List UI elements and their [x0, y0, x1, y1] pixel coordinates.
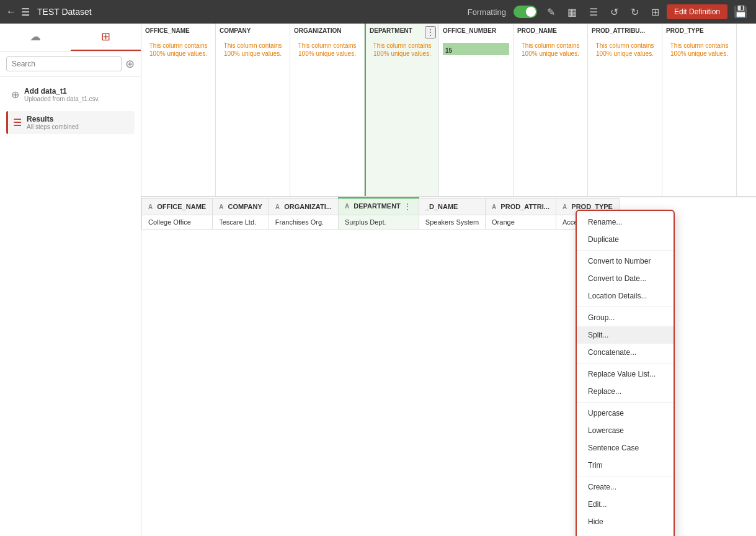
col-name-prod-name: PROD_NAME — [517, 27, 584, 34]
formatting-toggle[interactable] — [514, 6, 537, 18]
ctx-uppercase[interactable]: Uppercase — [577, 404, 674, 422]
col-unique-prod-name: This column contains 100% unique values. — [517, 42, 584, 58]
ctx-lowercase[interactable]: Lowercase — [577, 422, 674, 439]
td-company: Tescare Ltd. — [213, 215, 269, 230]
col-card-prod-attribu[interactable]: PROD_ATTRIBU... This column contains 100… — [588, 24, 662, 196]
table-header-row: A OFFICE_NAME A COMPANY A ORGANIZATI... … — [142, 198, 620, 215]
col-card-office-name[interactable]: OFFICE_NAME This column contains 100% un… — [141, 24, 216, 196]
col-dots-department[interactable]: ⋮ — [425, 26, 436, 38]
td-office-name: College Office — [142, 215, 213, 230]
add-data-icon: ⊕ — [11, 89, 19, 100]
col-name-prod-type: PROD_TYPE — [666, 27, 732, 34]
col-card-prod-name[interactable]: PROD_NAME This column contains 100% uniq… — [514, 24, 588, 196]
col-name-organization: ORGANIZATION — [294, 27, 360, 34]
edit-definition-button[interactable]: Edit Definition — [667, 4, 727, 19]
ctx-hide[interactable]: Hide — [577, 513, 674, 530]
th-prod-name[interactable]: _D_NAME — [419, 198, 485, 215]
pin-button[interactable]: ⊞ — [649, 4, 662, 20]
main-layout: ☁ ⊞ ⊕ ⊕ Add data_t1 Uploaded from data_t… — [0, 24, 756, 536]
search-input[interactable] — [6, 56, 122, 71]
th-department[interactable]: A DEPARTMENT ⋮ — [338, 198, 419, 215]
ctx-group[interactable]: Group... — [577, 309, 674, 326]
ctx-divider-5 — [577, 476, 674, 476]
ctx-convert-date[interactable]: Convert to Date... — [577, 270, 674, 287]
formatting-label: Formatting — [468, 7, 506, 17]
ctx-delete[interactable]: Delete — [577, 530, 674, 536]
col-unique-company: This column contains 100% unique values. — [220, 42, 286, 58]
sidebar-results-item[interactable]: ☰ Results All steps combined — [6, 111, 135, 134]
context-menu: Rename... Duplicate Convert to Number Co… — [576, 210, 675, 536]
col-name-office-name: OFFICE_NAME — [145, 27, 211, 34]
sidebar-section: ⊕ Add data_t1 Uploaded from data_t1.csv.… — [0, 77, 141, 140]
ctx-divider-2 — [577, 306, 674, 307]
dataset-icon: ☰ — [21, 6, 30, 18]
col-unique-department: This column contains 100% unique values. — [370, 42, 435, 58]
col-name-office-number: OFFICE_NUMBER — [443, 27, 509, 34]
ctx-convert-number[interactable]: Convert to Number — [577, 252, 674, 270]
ctx-duplicate[interactable]: Duplicate — [577, 231, 674, 248]
ctx-rename[interactable]: Rename... — [577, 213, 674, 231]
ctx-replace[interactable]: Replace... — [577, 383, 674, 400]
ctx-concatenate[interactable]: Concatenate... — [577, 344, 674, 361]
col-menu-button-department[interactable]: ⋮ — [402, 202, 412, 211]
col-card-company[interactable]: COMPANY This column contains 100% unique… — [216, 24, 290, 196]
th-organization[interactable]: A ORGANIZATI... — [269, 198, 338, 215]
table-row: College Office Tescare Ltd. Franchises O… — [142, 215, 620, 230]
undo-button[interactable]: ↺ — [608, 4, 621, 20]
ctx-create[interactable]: Create... — [577, 478, 674, 496]
td-organization: Franchises Org. — [269, 215, 338, 230]
topbar-title: TEST Dataset — [37, 7, 463, 17]
ctx-split[interactable]: Split... — [577, 326, 674, 344]
topbar-center: Formatting ✎ ▦ ☰ ↺ ↻ ⊞ — [468, 4, 662, 20]
results-icon: ☰ — [13, 117, 22, 128]
sidebar-item-sub: Uploaded from data_t1.csv. — [24, 96, 100, 102]
back-button[interactable]: ← — [6, 6, 16, 17]
topbar: ← ☰ TEST Dataset Formatting ✎ ▦ ☰ ↺ ↻ ⊞ … — [0, 0, 756, 24]
profile-view: OFFICE_NAME This column contains 100% un… — [141, 24, 756, 197]
results-label: Results — [27, 115, 79, 123]
data-table: A OFFICE_NAME A COMPANY A ORGANIZATI... … — [141, 197, 620, 230]
ctx-divider-1 — [577, 250, 674, 251]
ctx-trim[interactable]: Trim — [577, 457, 674, 474]
add-button[interactable]: ⊕ — [125, 57, 135, 71]
col-name-prod-attribu: PROD_ATTRIBU... — [592, 27, 658, 34]
col-unique-prod-attribu: This column contains 100% unique values. — [592, 42, 658, 58]
col-card-office-number[interactable]: OFFICE_NUMBER 15 — [439, 24, 514, 196]
sidebar-tab-grid[interactable]: ⊞ — [71, 24, 141, 51]
sidebar-item-text: Add data_t1 Uploaded from data_t1.csv. — [24, 87, 100, 102]
sidebar-search-area: ⊕ — [0, 51, 141, 77]
th-office-name[interactable]: A OFFICE_NAME — [142, 198, 213, 215]
sidebar-results-text: Results All steps combined — [27, 115, 79, 130]
ctx-divider-4 — [577, 402, 674, 403]
redo-button[interactable]: ↻ — [628, 4, 641, 20]
sidebar-item-title: Add data_t1 — [24, 87, 100, 96]
sidebar: ☁ ⊞ ⊕ ⊕ Add data_t1 Uploaded from data_t… — [0, 24, 141, 536]
ctx-location-details[interactable]: Location Details... — [577, 287, 674, 305]
sidebar-tabs: ☁ ⊞ — [0, 24, 141, 51]
results-sub: All steps combined — [27, 123, 79, 130]
ctx-divider-3 — [577, 363, 674, 364]
topbar-actions: Edit Definition 💾 — [667, 2, 750, 21]
sidebar-item-add-data[interactable]: ⊕ Add data_t1 Uploaded from data_t1.csv. — [6, 83, 135, 106]
wand-button[interactable]: ✎ — [545, 4, 558, 20]
col-card-organization[interactable]: ORGANIZATION This column contains 100% u… — [290, 24, 365, 196]
col-bar-area: 15 — [443, 37, 509, 55]
col-card-prod-type[interactable]: PROD_TYPE This column contains 100% uniq… — [662, 24, 737, 196]
save-button[interactable]: 💾 — [731, 2, 750, 21]
col-bar-val: 15 — [445, 47, 452, 54]
ctx-sentence-case[interactable]: Sentence Case — [577, 439, 674, 457]
col-bar — [443, 43, 509, 55]
th-company[interactable]: A COMPANY — [213, 198, 269, 215]
ctx-edit[interactable]: Edit... — [577, 496, 674, 513]
col-unique-organization: This column contains 100% unique values. — [294, 42, 360, 58]
td-prod-attribu: Orange — [486, 215, 556, 230]
td-prod-name: Speakers System — [419, 215, 485, 230]
grid-button[interactable]: ▦ — [565, 4, 579, 20]
td-department: Surplus Dept. — [338, 215, 419, 230]
sidebar-tab-cloud[interactable]: ☁ — [0, 24, 71, 51]
th-prod-attribu[interactable]: A PROD_ATTRI... — [486, 198, 556, 215]
list-button[interactable]: ☰ — [587, 4, 600, 20]
col-card-department[interactable]: DEPARTMENT This column contains 100% uni… — [365, 24, 439, 196]
col-name-company: COMPANY — [220, 27, 286, 34]
ctx-replace-value-list[interactable]: Replace Value List... — [577, 365, 674, 383]
